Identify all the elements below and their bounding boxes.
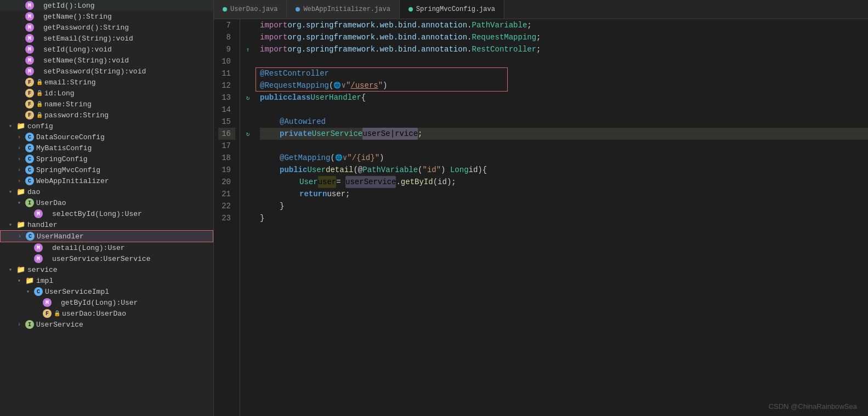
tree-item-6[interactable]: MsetPassword(String):void [0,66,213,77]
code-line-8: import org.springframework.web.bind.anno… [260,31,868,43]
code-line-17 [260,140,868,152]
badge-m: M [25,67,34,76]
badge-c: C [25,155,34,163]
tab-springmvcconfig[interactable]: SpringMvcConfig.java [400,0,504,19]
tree-item-22[interactable]: Mdetail(Long):User [0,242,213,253]
tree-item-10[interactable]: F🔒password:String [0,110,213,121]
tree-item-11[interactable]: ▾📁config [0,121,213,132]
folder-icon: 📁 [16,122,25,130]
gutter-cell-16: ↻ [240,128,256,140]
gutter: ⇑↻↻ [240,19,256,416]
code-line-14 [260,104,868,116]
tree-item-26[interactable]: ▾CUserServiceImpl [0,286,213,297]
gutter-cell-11 [240,67,256,79]
file-tree-panel: MgetId():LongMgetName():StringMgetPasswo… [0,0,214,416]
tree-item-16[interactable]: ›CWebAppInitializer [0,175,213,186]
code-line-15: @Autowired [260,116,868,128]
tree-item-23[interactable]: MuserService:UserService [0,253,213,264]
tree-item-19[interactable]: MselectById(Long):User [0,208,213,219]
tree-item-13[interactable]: ›CMyBatisConfig [0,143,213,153]
gutter-cell-13: ↻ [240,92,256,104]
badge-m: M [25,56,34,65]
badge-m: M [34,243,43,252]
tree-item-27[interactable]: MgetById(Long):User [0,297,213,308]
tree-item-8[interactable]: F🔒id:Long [0,88,213,99]
tree-item-1[interactable]: MgetName():String [0,11,213,22]
code-line-18: @GetMapping(🌐∨"/{id}") [260,152,868,164]
lock-icon: 🔒 [36,112,43,118]
gutter-cell-14 [240,104,256,116]
badge-f: F [43,309,52,318]
folder-icon: 📁 [16,220,25,229]
line-number-23: 23 [218,212,235,224]
code-line-9: import org.springframework.web.bind.anno… [260,43,868,55]
lock-icon: 🔒 [36,101,43,107]
chevron-down-icon: ▾ [9,266,15,273]
tree-item-25[interactable]: ▾📁impl [0,275,213,286]
line-number-12: 12 [218,79,235,92]
line-number-8: 8 [218,31,235,43]
tree-label: email:String [44,78,96,87]
tree-label: config [27,122,53,130]
badge-f: F [25,111,34,119]
tree-item-15[interactable]: ›CSpringMvcConfig [0,164,213,175]
tab-userdao[interactable]: UserDao.java [214,0,287,19]
tree-item-2[interactable]: MgetPassword():String [0,22,213,33]
line-number-20: 20 [218,176,235,188]
code-area: 7891011121314151617181920212223 ⇑↻↻ impo… [214,19,868,416]
tree-label: userService:UserService [52,255,150,263]
line-number-11: 11 [218,67,235,79]
code-content[interactable]: import org.springframework.web.bind.anno… [256,19,868,416]
tree-item-7[interactable]: F🔒email:String [0,77,213,88]
badge-m: M [25,45,34,54]
tree-item-29[interactable]: ›IUserService [0,319,213,330]
tab-bar: UserDao.java WebAppInitializer.java Spri… [214,0,868,19]
tab-webappinitializer[interactable]: WebAppInitializer.java [287,0,399,19]
tree-item-21[interactable]: ›CUserHandler [0,230,213,242]
line-number-17: 17 [218,140,235,152]
tree-item-24[interactable]: ▾📁service [0,264,213,275]
chevron-down-icon: ▾ [26,288,33,295]
line-number-19: 19 [218,164,235,176]
tree-label: UserServiceImpl [45,288,109,296]
badge-f: F [25,78,34,87]
tree-item-18[interactable]: ▾IUserDao [0,197,213,208]
gutter-cell-10 [240,55,256,67]
tree-label: SpringConfig [36,155,88,163]
badge-m: M [43,298,52,307]
tree-item-12[interactable]: ›CDataSourceConfig [0,132,213,143]
tree-item-14[interactable]: ›CSpringConfig [0,153,213,164]
badge-c: C [26,232,35,241]
tree-item-4[interactable]: MsetId(Long):void [0,44,213,55]
tree-label: WebAppInitializer [36,177,109,185]
folder-icon: 📁 [16,265,25,274]
badge-m: M [25,23,34,32]
gutter-cell-18 [240,152,256,164]
tree-label: setId(Long):void [43,45,112,54]
badge-f: F [25,89,34,98]
gutter-cell-9: ⇑ [240,43,256,55]
watermark: CSDN @ChinaRainbowSea [769,402,857,411]
line-number-7: 7 [218,19,235,31]
tree-item-17[interactable]: ▾📁dao [0,186,213,197]
tree-item-20[interactable]: ▾📁handler [0,219,213,230]
badge-m: M [25,1,34,10]
tree-item-9[interactable]: F🔒name:String [0,99,213,110]
code-line-7: import org.springframework.web.bind.anno… [260,19,868,31]
tree-item-3[interactable]: MsetEmail(String):void [0,33,213,44]
gutter-cell-21 [240,188,256,200]
chevron-right-icon: › [18,134,24,140]
line-number-15: 15 [218,116,235,128]
code-line-23: } [260,212,868,224]
tree-item-5[interactable]: MsetName(String):void [0,55,213,66]
tree-label: name:String [44,100,92,109]
lock-icon: 🔒 [36,79,43,86]
gutter-cell-15 [240,116,256,128]
tree-label: setPassword(String):void [43,67,146,76]
tree-item-0[interactable]: MgetId():Long [0,0,213,11]
tree-item-28[interactable]: F🔒userDao:UserDao [0,308,213,319]
line-number-22: 22 [218,200,235,212]
tree-label: dao [27,188,40,196]
chevron-right-icon: › [18,145,24,151]
tree-label: DataSourceConfig [36,133,105,141]
